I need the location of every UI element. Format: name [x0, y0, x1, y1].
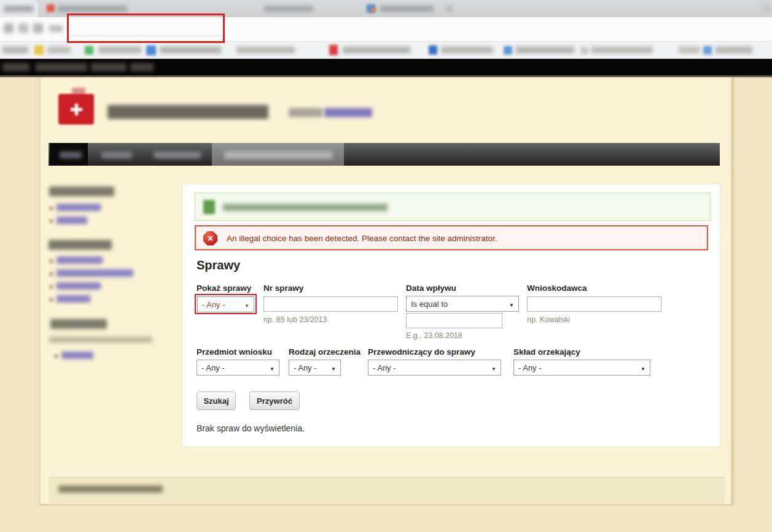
- applicant-label: Wnioskodawca: [527, 283, 587, 293]
- chevron-down-icon: [641, 362, 645, 373]
- browser-tab-title[interactable]: [264, 6, 313, 12]
- receipt-date-label: Data wpływu: [406, 283, 456, 293]
- case-chairman-label: Przewodniczący do sprawy: [368, 347, 475, 357]
- sidebar-link[interactable]: [57, 295, 90, 303]
- bullet-icon: [49, 219, 53, 223]
- ruling-type-label: Rodzaj orzeczenia: [289, 347, 361, 357]
- sidebar-heading: [49, 240, 112, 250]
- bookmark-folder-icon[interactable]: [34, 45, 44, 55]
- bookmark-item[interactable]: [441, 47, 493, 53]
- applicant-help: np. Kowalski: [527, 315, 570, 324]
- bookmark-item[interactable]: [343, 47, 410, 53]
- content-panel: An illegal choice has been detected. Ple…: [182, 184, 720, 447]
- success-icon: [203, 200, 215, 214]
- screen: /sprawy?field_status_value&page=1: [0, 0, 772, 532]
- site-favicon: [49, 25, 63, 32]
- forward-icon[interactable]: [18, 23, 28, 33]
- request-subject-select[interactable]: - Any -: [197, 360, 279, 376]
- annotation-box-url: [67, 13, 225, 43]
- bookmark-favicon[interactable]: [580, 47, 588, 55]
- site-title-text: [107, 105, 268, 119]
- tab-favicon[interactable]: [47, 4, 55, 12]
- admin-menu-item[interactable]: [91, 63, 127, 71]
- adjudication-panel-select[interactable]: - Any -: [513, 360, 650, 376]
- bookmark-item[interactable]: [516, 47, 574, 53]
- bookmark-favicon[interactable]: [504, 46, 512, 55]
- case-chairman-select[interactable]: - Any -: [368, 360, 501, 376]
- receipt-date-input[interactable]: [406, 313, 502, 328]
- request-subject-label: Przedmiot wniosku: [197, 347, 272, 357]
- bookmark-item[interactable]: [2, 47, 28, 53]
- sidebar-link[interactable]: [57, 204, 101, 211]
- bookmark-favicon[interactable]: [146, 45, 156, 55]
- adjudication-panel-label: Skład orzekający: [513, 347, 580, 357]
- bullet-icon: [49, 206, 53, 210]
- sidebar-link[interactable]: [57, 269, 133, 277]
- tab-favicon: [371, 7, 375, 12]
- browser-tab-title[interactable]: [57, 6, 127, 12]
- bullet-icon: [49, 285, 53, 289]
- footer: [49, 477, 725, 504]
- show-cases-label: Pokaż sprawy: [197, 283, 251, 293]
- reload-icon[interactable]: [33, 23, 43, 33]
- bookmark-item[interactable]: [679, 47, 700, 53]
- chevron-down-icon: [509, 298, 514, 309]
- browser-tab-title[interactable]: [380, 6, 434, 12]
- bookmark-favicon[interactable]: [703, 46, 712, 55]
- browser-tab-title[interactable]: [4, 6, 33, 12]
- sidebar-link[interactable]: [61, 352, 93, 359]
- ruling-type-select[interactable]: - Any -: [289, 360, 341, 376]
- footer-text: [58, 485, 163, 493]
- bookmark-favicon[interactable]: [429, 45, 437, 55]
- status-message: [195, 193, 711, 221]
- sidebar-text: [49, 336, 152, 343]
- bookmark-favicon[interactable]: [329, 45, 338, 55]
- bullet-icon: [49, 272, 53, 276]
- error-message: An illegal choice has been detected. Ple…: [195, 225, 708, 250]
- browser-tab-title: [446, 6, 453, 12]
- tab-item[interactable]: [154, 152, 201, 158]
- reset-button[interactable]: Przywróć: [249, 391, 300, 410]
- new-tab-button[interactable]: [762, 4, 771, 13]
- bookmark-item[interactable]: [98, 47, 141, 53]
- tab-label: [224, 151, 332, 159]
- bullet-icon: [49, 259, 53, 263]
- applicant-input[interactable]: [527, 296, 661, 312]
- search-button[interactable]: Szukaj: [197, 391, 236, 410]
- ruling-type-value: - Any -: [294, 363, 317, 372]
- bullet-icon: [54, 354, 58, 358]
- sidebar-heading: [50, 319, 107, 329]
- bookmark-item[interactable]: [715, 47, 752, 53]
- receipt-date-help: E.g., 23.08.2018: [406, 331, 462, 340]
- header-link[interactable]: [324, 108, 372, 117]
- sidebar-link[interactable]: [57, 256, 103, 264]
- case-chairman-value: - Any -: [373, 363, 396, 372]
- chevron-down-icon: [491, 362, 496, 373]
- bookmark-favicon[interactable]: [85, 46, 93, 55]
- sidebar-link[interactable]: [57, 282, 101, 290]
- chevron-down-icon: [331, 362, 336, 373]
- site-logo-first-aid-icon[interactable]: [58, 94, 94, 125]
- no-results-text: Brak spraw do wyświetlenia.: [197, 423, 305, 433]
- bookmark-item[interactable]: [160, 47, 221, 53]
- tab-item-highlighted[interactable]: [212, 143, 344, 166]
- case-number-input[interactable]: [263, 296, 398, 312]
- admin-menu-item[interactable]: [130, 63, 154, 71]
- bookmarks-bar: [0, 42, 772, 59]
- tab-item[interactable]: [101, 152, 132, 158]
- bookmark-item[interactable]: [236, 47, 295, 53]
- admin-menu-item[interactable]: [36, 63, 87, 71]
- page-title: Sprawy: [197, 258, 240, 272]
- back-icon[interactable]: [4, 23, 14, 33]
- bookmark-item[interactable]: [591, 47, 653, 53]
- bookmark-item[interactable]: [47, 47, 71, 53]
- header-subtext: [289, 108, 322, 117]
- sidebar-link[interactable]: [57, 217, 87, 224]
- case-number-label: Nr sprawy: [263, 283, 303, 293]
- receipt-date-operator-select[interactable]: Is equal to: [406, 296, 519, 312]
- error-message-text: An illegal choice has been detected. Ple…: [227, 234, 497, 243]
- admin-menu-item[interactable]: [2, 63, 29, 71]
- case-number-help: np. 85 lub 23/2013: [263, 315, 327, 324]
- receipt-date-operator-value: Is equal to: [411, 299, 448, 309]
- tab-label: [60, 152, 82, 158]
